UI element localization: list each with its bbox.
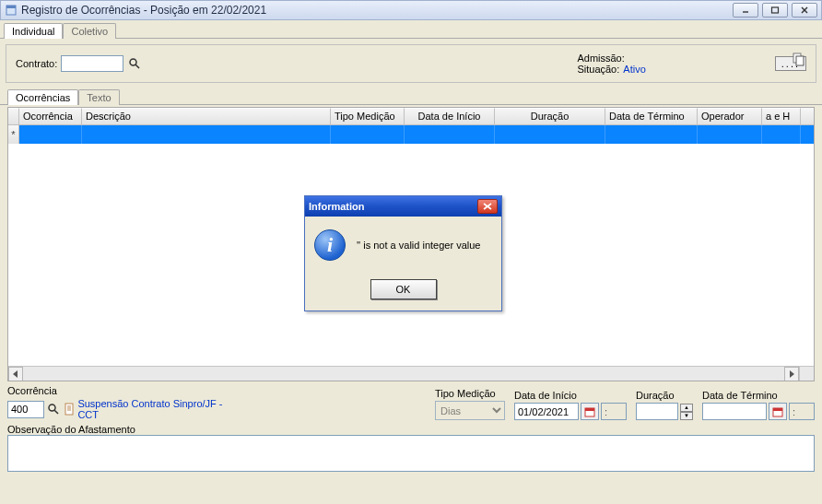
hora-inicio-input[interactable] [601,403,627,420]
grid-corner-header [8,108,19,124]
spinner-down-button[interactable]: ▼ [680,412,693,420]
table-row[interactable]: * [8,125,814,144]
dialog-body: i '' is not a valid integer value [305,217,501,274]
grid-scroll-corner [799,366,814,381]
scroll-left-button[interactable] [8,367,23,381]
data-inicio-calendar-icon[interactable] [581,403,599,420]
contract-block: Contrato: [16,55,142,72]
main-tabbar: Individual Coletivo [0,20,822,39]
data-termino-input[interactable] [702,403,767,420]
data-inicio-label: Data de Início [514,390,627,401]
ocorrencia-label: Ocorrência [7,385,238,396]
col-data-inicio[interactable]: Data de Início [405,108,495,124]
information-dialog: Information i '' is not a valid integer … [304,195,502,311]
data-inicio-input[interactable] [514,403,579,420]
col-ocorrencia[interactable]: Ocorrência [19,108,82,124]
ocorrencia-lookup-icon[interactable] [46,402,60,416]
col-data-termino[interactable]: Data de Término [605,108,698,124]
col-descricao[interactable]: Descrição [82,108,331,124]
data-termino-calendar-icon[interactable] [769,403,787,420]
svg-point-12 [49,404,55,411]
svg-point-6 [130,59,136,65]
tipo-medicao-label: Tipo Medição [435,388,505,399]
hora-termino-input[interactable] [789,403,815,420]
situacao-value: Ativo [623,64,645,75]
app-icon [5,4,18,17]
tab-texto[interactable]: Texto [78,89,119,105]
info-icon: i [314,229,346,261]
contrato-lookup-icon[interactable] [127,56,142,71]
status-block: Admissão: Situação:Ativo [577,53,645,75]
ok-button[interactable]: OK [370,279,437,299]
window-title: Registro de Ocorrências - Posição em 22/… [21,4,733,17]
document-icon[interactable] [62,402,76,416]
dialog-message: '' is not a valid integer value [357,240,480,251]
tab-individual[interactable]: Individual [4,23,63,39]
spinner-up-button[interactable]: ▲ [680,404,693,412]
titlebar: Registro de Ocorrências - Posição em 22/… [0,0,822,20]
svg-rect-3 [772,7,779,13]
grid-horizontal-scrollbar[interactable] [8,366,799,381]
detail-form: Ocorrência Suspensão Contrato Sinpro/JF … [7,385,815,420]
copy-icon[interactable] [790,51,808,67]
ocorrencia-code-input[interactable] [7,401,44,418]
dialog-close-button[interactable] [477,199,498,214]
svg-line-7 [135,64,139,68]
close-button[interactable] [792,3,817,18]
ocorrencia-desc-link[interactable]: Suspensão Contrato Sinpro/JF - CCT [77,398,238,420]
situacao-label: Situação: [577,64,619,75]
scroll-right-button[interactable] [784,367,799,381]
contrato-input[interactable] [61,55,123,72]
admissao-label: Admissão: [577,53,624,64]
svg-rect-9 [796,56,804,65]
observacao-section: Observação do Afastamento [7,424,815,474]
svg-rect-1 [6,6,16,8]
svg-rect-19 [585,408,594,411]
sub-tabbar: Ocorrências Texto [0,88,822,105]
dialog-titlebar[interactable]: Information [305,196,501,217]
col-tipo-medicao[interactable]: Tipo Medição [331,108,405,124]
dialog-footer: OK [305,274,501,311]
svg-rect-14 [65,404,73,415]
dialog-title: Information [309,201,477,212]
data-termino-label: Data de Término [702,390,815,401]
maximize-button[interactable] [762,3,788,18]
new-row-marker: * [8,125,19,144]
tipo-medicao-select[interactable]: Dias [435,401,505,420]
svg-marker-10 [13,370,18,378]
observacao-textarea[interactable] [7,435,815,472]
grid-header: Ocorrência Descrição Tipo Medição Data d… [8,108,814,125]
duracao-label: Duração [636,390,693,401]
grid-body: * [8,125,814,144]
col-aeh[interactable]: a e H [762,108,801,124]
window-buttons [733,3,817,18]
observacao-label: Observação do Afastamento [7,424,135,435]
contract-header-panel: Contrato: Admissão: Situação:Ativo .... [6,44,816,83]
contrato-label: Contrato: [16,58,57,69]
duracao-input[interactable] [636,403,678,420]
tab-ocorrencias[interactable]: Ocorrências [7,89,78,105]
minimize-button[interactable] [733,3,758,18]
svg-line-13 [54,410,58,414]
col-operador[interactable]: Operador [698,108,762,124]
svg-rect-21 [773,408,782,411]
duracao-spinner[interactable]: ▲ ▼ [680,404,693,420]
svg-marker-11 [790,370,794,378]
tab-coletivo[interactable]: Coletivo [63,23,116,39]
col-duracao[interactable]: Duração [495,108,605,124]
